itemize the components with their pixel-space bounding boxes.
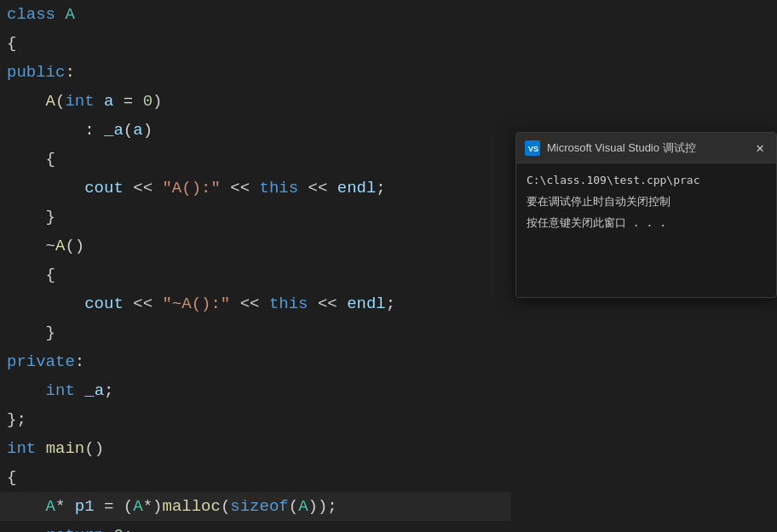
code-line-8: } <box>0 203 511 232</box>
code-line-15: }; <box>0 405 511 434</box>
console-line-1: C:\class.109\test.cpp\prac <box>527 172 766 190</box>
console-window: VS Microsoft Visual Studio 调试控 ✕ C:\clas… <box>515 132 777 298</box>
code-line-5: : _a(a) <box>0 116 511 145</box>
code-line-7: cout << "A():" << this << endl; <box>0 174 511 203</box>
console-title: Microsoft Visual Studio 调试控 <box>547 140 696 156</box>
code-line-14: int _a; <box>0 376 511 405</box>
vs-icon: VS <box>525 140 540 156</box>
code-line-17: { <box>0 463 511 492</box>
editor-container: class A { public: A(int a = 0) : _a(a) {… <box>0 0 777 532</box>
console-output: C:\class.109\test.cpp\prac 要在调试停止时自动关闭控制… <box>527 172 766 232</box>
code-line-10: { <box>0 260 511 289</box>
code-editor[interactable]: class A { public: A(int a = 0) : _a(a) {… <box>0 0 511 532</box>
console-line-2: 要在调试停止时自动关闭控制 <box>527 193 766 211</box>
code-line-16: int main() <box>0 434 511 463</box>
console-close-button[interactable]: ✕ <box>752 138 768 158</box>
svg-text:VS: VS <box>528 145 538 153</box>
code-line-6: { <box>0 145 511 174</box>
code-line-12: } <box>0 318 511 347</box>
code-line-11: cout << "~A():" << this << endl; <box>0 289 511 318</box>
code-line-13: private: <box>0 347 511 376</box>
console-titlebar-left: VS Microsoft Visual Studio 调试控 <box>525 140 696 156</box>
code-line-19: return 0; <box>0 521 511 532</box>
console-body: C:\class.109\test.cpp\prac 要在调试停止时自动关闭控制… <box>516 163 776 297</box>
code-line-2: { <box>0 29 511 58</box>
code-line-9: ~A() <box>0 232 511 260</box>
console-titlebar: VS Microsoft Visual Studio 调试控 ✕ <box>516 133 776 163</box>
code-line-3: public: <box>0 58 511 87</box>
code-line-4: A(int a = 0) <box>0 87 511 116</box>
console-line-3: 按任意键关闭此窗口 . . . <box>527 215 766 232</box>
code-line-1: class A <box>0 0 511 29</box>
code-line-18: A* p1 = (A*)malloc(sizeof(A)); <box>0 492 511 521</box>
